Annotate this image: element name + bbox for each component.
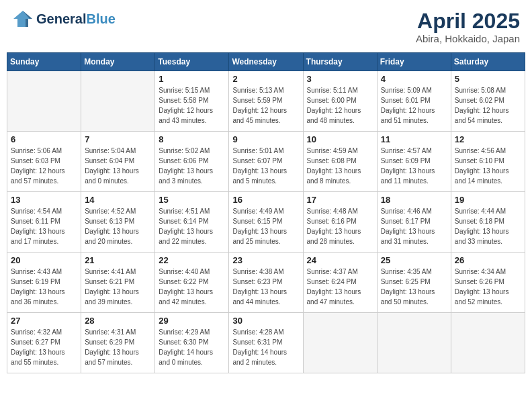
day-number: 28 — [85, 316, 151, 326]
day-of-week-header: Tuesday — [155, 53, 229, 71]
calendar-day-cell — [451, 313, 525, 373]
calendar-day-cell: 9Sunrise: 5:01 AM Sunset: 6:07 PM Daylig… — [229, 132, 303, 192]
day-info: Sunrise: 5:09 AM Sunset: 6:01 PM Dayligh… — [381, 85, 447, 126]
logo-blue-text: Blue — [86, 11, 115, 26]
day-number: 26 — [455, 255, 521, 265]
svg-marker-0 — [13, 11, 32, 27]
day-number: 27 — [11, 316, 77, 326]
calendar-day-cell: 27Sunrise: 4:32 AM Sunset: 6:27 PM Dayli… — [7, 313, 81, 373]
day-number: 11 — [381, 134, 447, 144]
calendar-day-cell: 19Sunrise: 4:44 AM Sunset: 6:18 PM Dayli… — [451, 192, 525, 253]
day-of-week-header: Monday — [81, 53, 155, 71]
day-number: 4 — [381, 74, 447, 84]
calendar-day-cell: 4Sunrise: 5:09 AM Sunset: 6:01 PM Daylig… — [377, 71, 451, 132]
day-info: Sunrise: 5:11 AM Sunset: 6:00 PM Dayligh… — [307, 85, 373, 126]
day-info: Sunrise: 5:01 AM Sunset: 6:07 PM Dayligh… — [232, 146, 299, 186]
calendar-day-cell: 5Sunrise: 5:08 AM Sunset: 6:02 PM Daylig… — [451, 71, 525, 132]
day-number: 13 — [11, 195, 77, 205]
day-of-week-header: Thursday — [303, 53, 377, 71]
calendar-day-cell: 25Sunrise: 4:35 AM Sunset: 6:25 PM Dayli… — [377, 253, 451, 313]
page-header: GeneralBlue April 2025 Abira, Hokkaido, … — [7, 7, 525, 47]
calendar-day-cell: 3Sunrise: 5:11 AM Sunset: 6:00 PM Daylig… — [303, 71, 377, 132]
day-number: 25 — [381, 255, 447, 265]
calendar-day-cell: 28Sunrise: 4:31 AM Sunset: 6:29 PM Dayli… — [81, 313, 155, 373]
day-info: Sunrise: 4:51 AM Sunset: 6:14 PM Dayligh… — [159, 206, 225, 246]
calendar-day-cell: 20Sunrise: 4:43 AM Sunset: 6:19 PM Dayli… — [7, 253, 81, 313]
day-number: 7 — [85, 134, 151, 144]
calendar-day-cell: 8Sunrise: 5:02 AM Sunset: 6:06 PM Daylig… — [155, 132, 229, 192]
logo-icon — [12, 9, 34, 28]
day-info: Sunrise: 4:41 AM Sunset: 6:21 PM Dayligh… — [85, 267, 151, 307]
day-number: 20 — [11, 255, 77, 265]
calendar-week-row: 20Sunrise: 4:43 AM Sunset: 6:19 PM Dayli… — [7, 253, 525, 313]
day-number: 18 — [381, 195, 447, 205]
calendar-day-cell: 30Sunrise: 4:28 AM Sunset: 6:31 PM Dayli… — [229, 313, 303, 373]
day-info: Sunrise: 5:06 AM Sunset: 6:03 PM Dayligh… — [11, 146, 77, 186]
logo-general-text: General — [36, 11, 86, 26]
day-number: 9 — [232, 134, 299, 144]
calendar-day-cell: 21Sunrise: 4:41 AM Sunset: 6:21 PM Dayli… — [81, 253, 155, 313]
day-info: Sunrise: 4:37 AM Sunset: 6:24 PM Dayligh… — [307, 267, 373, 307]
day-info: Sunrise: 5:13 AM Sunset: 5:59 PM Dayligh… — [232, 85, 299, 126]
calendar-day-cell: 22Sunrise: 4:40 AM Sunset: 6:22 PM Dayli… — [155, 253, 229, 313]
day-number: 29 — [159, 316, 225, 326]
calendar-day-cell: 17Sunrise: 4:48 AM Sunset: 6:16 PM Dayli… — [303, 192, 377, 253]
calendar-day-cell: 10Sunrise: 4:59 AM Sunset: 6:08 PM Dayli… — [303, 132, 377, 192]
day-number: 15 — [159, 195, 225, 205]
day-number: 23 — [232, 255, 299, 265]
day-info: Sunrise: 4:34 AM Sunset: 6:26 PM Dayligh… — [455, 267, 521, 307]
day-number: 10 — [307, 134, 373, 144]
day-info: Sunrise: 4:35 AM Sunset: 6:25 PM Dayligh… — [381, 267, 447, 307]
calendar-day-cell: 7Sunrise: 5:04 AM Sunset: 6:04 PM Daylig… — [81, 132, 155, 192]
calendar-week-row: 13Sunrise: 4:54 AM Sunset: 6:11 PM Dayli… — [7, 192, 525, 253]
day-info: Sunrise: 4:32 AM Sunset: 6:27 PM Dayligh… — [11, 327, 77, 367]
day-number: 16 — [232, 195, 299, 205]
logo: GeneralBlue — [12, 9, 116, 28]
day-info: Sunrise: 4:59 AM Sunset: 6:08 PM Dayligh… — [307, 146, 373, 186]
day-info: Sunrise: 4:57 AM Sunset: 6:09 PM Dayligh… — [381, 146, 447, 186]
calendar-week-row: 27Sunrise: 4:32 AM Sunset: 6:27 PM Dayli… — [7, 313, 525, 373]
day-info: Sunrise: 4:43 AM Sunset: 6:19 PM Dayligh… — [11, 267, 77, 307]
day-info: Sunrise: 5:08 AM Sunset: 6:02 PM Dayligh… — [455, 85, 521, 126]
day-number: 19 — [455, 195, 521, 205]
day-number: 14 — [85, 195, 151, 205]
day-of-week-header: Wednesday — [229, 53, 303, 71]
calendar-title: April 2025 — [416, 9, 520, 33]
day-info: Sunrise: 5:15 AM Sunset: 5:58 PM Dayligh… — [159, 85, 225, 126]
calendar-day-cell — [81, 71, 155, 132]
calendar-header: SundayMondayTuesdayWednesdayThursdayFrid… — [7, 53, 525, 71]
title-block: April 2025 Abira, Hokkaido, Japan — [416, 9, 520, 44]
calendar-day-cell: 23Sunrise: 4:38 AM Sunset: 6:23 PM Dayli… — [229, 253, 303, 313]
calendar-body: 1Sunrise: 5:15 AM Sunset: 5:58 PM Daylig… — [7, 71, 525, 373]
calendar-day-cell: 2Sunrise: 5:13 AM Sunset: 5:59 PM Daylig… — [229, 71, 303, 132]
calendar-day-cell: 26Sunrise: 4:34 AM Sunset: 6:26 PM Dayli… — [451, 253, 525, 313]
day-info: Sunrise: 4:40 AM Sunset: 6:22 PM Dayligh… — [159, 267, 225, 307]
day-number: 8 — [159, 134, 225, 144]
day-number: 21 — [85, 255, 151, 265]
day-number: 12 — [455, 134, 521, 144]
day-number: 3 — [307, 74, 373, 84]
calendar-day-cell: 14Sunrise: 4:52 AM Sunset: 6:13 PM Dayli… — [81, 192, 155, 253]
day-info: Sunrise: 4:38 AM Sunset: 6:23 PM Dayligh… — [232, 267, 299, 307]
day-info: Sunrise: 4:54 AM Sunset: 6:11 PM Dayligh… — [11, 206, 77, 246]
calendar-day-cell: 12Sunrise: 4:56 AM Sunset: 6:10 PM Dayli… — [451, 132, 525, 192]
calendar-day-cell: 24Sunrise: 4:37 AM Sunset: 6:24 PM Dayli… — [303, 253, 377, 313]
day-info: Sunrise: 5:02 AM Sunset: 6:06 PM Dayligh… — [159, 146, 225, 186]
calendar-table: SundayMondayTuesdayWednesdayThursdayFrid… — [7, 52, 525, 373]
day-of-week-header: Friday — [377, 53, 451, 71]
day-number: 2 — [232, 74, 299, 84]
calendar-subtitle: Abira, Hokkaido, Japan — [416, 33, 520, 44]
day-number: 22 — [159, 255, 225, 265]
day-number: 6 — [11, 134, 77, 144]
day-info: Sunrise: 4:28 AM Sunset: 6:31 PM Dayligh… — [232, 327, 299, 367]
day-info: Sunrise: 4:44 AM Sunset: 6:18 PM Dayligh… — [455, 206, 521, 246]
day-info: Sunrise: 5:04 AM Sunset: 6:04 PM Dayligh… — [85, 146, 151, 186]
calendar-day-cell: 1Sunrise: 5:15 AM Sunset: 5:58 PM Daylig… — [155, 71, 229, 132]
calendar-day-cell: 13Sunrise: 4:54 AM Sunset: 6:11 PM Dayli… — [7, 192, 81, 253]
day-info: Sunrise: 4:31 AM Sunset: 6:29 PM Dayligh… — [85, 327, 151, 367]
calendar-day-cell: 18Sunrise: 4:46 AM Sunset: 6:17 PM Dayli… — [377, 192, 451, 253]
calendar-week-row: 6Sunrise: 5:06 AM Sunset: 6:03 PM Daylig… — [7, 132, 525, 192]
header-row: SundayMondayTuesdayWednesdayThursdayFrid… — [7, 53, 525, 71]
day-number: 30 — [232, 316, 299, 326]
day-number: 24 — [307, 255, 373, 265]
